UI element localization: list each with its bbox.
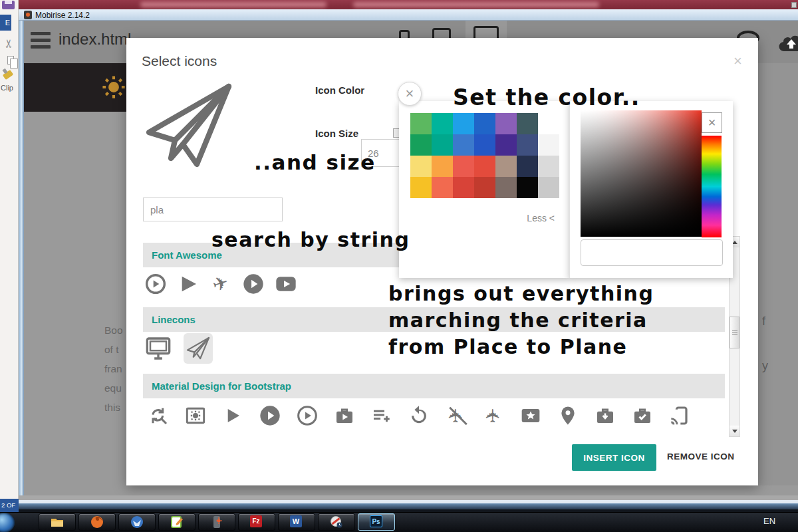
taskbar-item-photoshop[interactable]: Ps: [358, 513, 395, 531]
icon-color-label: Icon Color: [315, 84, 364, 96]
palette-swatch[interactable]: [410, 177, 432, 198]
palette-swatch[interactable]: [495, 113, 517, 134]
palette-swatch[interactable]: [538, 134, 559, 156]
image-sun-icon[interactable]: [184, 402, 207, 429]
palette-swatch[interactable]: [432, 177, 453, 198]
page-text-fragment-f: f: [762, 315, 765, 329]
palette-swatch[interactable]: [453, 177, 474, 198]
play-circle-icon[interactable]: [241, 271, 265, 297]
copy-icon[interactable]: [7, 56, 14, 65]
save-icon[interactable]: [2, 1, 15, 9]
play-arrow-icon[interactable]: [221, 402, 245, 429]
language-indicator: EN: [763, 516, 775, 526]
display-icon[interactable]: [144, 333, 173, 364]
menu-icon[interactable]: [31, 32, 51, 52]
palette-swatch[interactable]: [432, 113, 453, 134]
section-label: Material Design for Bootstrap: [152, 380, 291, 392]
airplane-off-icon[interactable]: ✈: [444, 402, 468, 429]
taskbar-item-filezilla[interactable]: Fz: [238, 513, 275, 531]
palette-swatch[interactable]: [538, 113, 559, 134]
icon-search-input[interactable]: [143, 198, 283, 221]
less-toggle[interactable]: Less <: [527, 213, 555, 223]
palette-swatch[interactable]: [432, 134, 453, 156]
saturation-value-square[interactable]: [581, 110, 702, 237]
taskbar-item-explorer[interactable]: [39, 513, 76, 531]
device-phone-icon[interactable]: [399, 30, 410, 38]
app-titlebar[interactable]: [19, 9, 798, 21]
find-replace-icon[interactable]: [146, 402, 170, 429]
work-download-icon[interactable]: [593, 402, 617, 429]
taskbar-item-thunderbird[interactable]: [118, 513, 156, 531]
place-pin-icon[interactable]: [556, 402, 580, 429]
replay-icon[interactable]: [407, 402, 431, 429]
insert-icon-button[interactable]: INSERT ICON: [572, 444, 656, 471]
scroll-down-button[interactable]: [730, 426, 739, 436]
play-circle-o-icon[interactable]: [144, 271, 168, 297]
taskbar-item-word[interactable]: W: [278, 513, 315, 531]
palette-swatch[interactable]: [410, 134, 432, 156]
paper-plane-icon[interactable]: [184, 333, 213, 364]
palette-swatch[interactable]: [495, 134, 517, 156]
palette-swatch[interactable]: [474, 156, 495, 177]
device-desktop-icon[interactable]: [473, 26, 499, 38]
taskbar-item-editor[interactable]: [158, 513, 196, 531]
scroll-thumb[interactable]: [730, 317, 739, 348]
palette-swatch[interactable]: [538, 156, 559, 177]
palette-swatch[interactable]: [410, 156, 432, 177]
play-circle-filled-icon[interactable]: [258, 402, 282, 429]
page-text-fragments: Boo of t fran equ this: [104, 321, 126, 417]
annotation-line2: marching the criteria: [388, 309, 648, 332]
palette-swatch[interactable]: [517, 113, 538, 134]
remove-icon-button[interactable]: REMOVE ICON: [667, 452, 735, 462]
editor-icon: [170, 515, 184, 529]
youtube-play-icon[interactable]: [274, 271, 298, 297]
tap-and-play-icon[interactable]: [668, 402, 692, 429]
word-status-bar: 2 OF: [0, 499, 19, 512]
plane-icon[interactable]: ✈: [209, 271, 233, 297]
palette-swatch[interactable]: [410, 113, 432, 134]
taskbar-item-mobirise[interactable]: [198, 513, 235, 531]
word-activation-text-blurred: [353, 2, 599, 7]
color-value-input[interactable]: [581, 239, 723, 266]
cut-icon[interactable]: ✂: [2, 39, 16, 48]
hue-slider[interactable]: [702, 136, 722, 237]
palette-swatch[interactable]: [453, 156, 474, 177]
annotation-and-size: ..and size: [254, 150, 376, 174]
play-icon[interactable]: [176, 271, 200, 297]
palette-close-icon[interactable]: ×: [398, 82, 422, 106]
taskbar-item-firefox[interactable]: [78, 513, 116, 531]
word-window-controls-fragment[interactable]: [791, 2, 797, 8]
palette-swatch[interactable]: [432, 156, 453, 177]
palette-swatch[interactable]: [517, 134, 538, 156]
word-icon: W: [290, 515, 303, 529]
dialog-close-icon[interactable]: ×: [733, 53, 742, 70]
palette-swatch[interactable]: [474, 113, 495, 134]
palette-swatch[interactable]: [495, 177, 517, 198]
palette-swatch[interactable]: [453, 113, 474, 134]
palette-swatch[interactable]: [517, 156, 538, 177]
page-backdrop-left: [24, 112, 126, 495]
publish-cloud-icon[interactable]: [775, 31, 798, 55]
airplane-icon[interactable]: ✈: [481, 402, 505, 429]
local-activity-icon[interactable]: [519, 402, 543, 429]
thunderbird-icon: [130, 515, 144, 529]
device-tablet-icon[interactable]: [432, 28, 451, 38]
palette-swatch[interactable]: [495, 156, 517, 177]
palette-swatch[interactable]: [538, 177, 559, 198]
color-palette-grid: [410, 113, 559, 198]
palette-swatch[interactable]: [517, 177, 538, 198]
annotation-line1: brings out everything: [388, 282, 654, 305]
work-check-icon[interactable]: [630, 402, 654, 429]
playlist-add-icon[interactable]: [370, 402, 394, 429]
picker-close-icon[interactable]: ×: [702, 112, 722, 133]
word-file-tab-fragment[interactable]: E: [0, 15, 11, 31]
palette-swatch[interactable]: [474, 134, 495, 156]
play-circle-outline-icon[interactable]: [295, 402, 319, 429]
taskbar-item-recorder[interactable]: [318, 513, 355, 531]
work-play-icon[interactable]: [332, 402, 356, 429]
current-page-name[interactable]: index.html: [59, 30, 131, 49]
palette-swatch[interactable]: [453, 134, 474, 156]
annotation-set-color: Set the color..: [453, 84, 640, 110]
format-painter-icon[interactable]: [3, 70, 14, 80]
palette-swatch[interactable]: [474, 177, 495, 198]
